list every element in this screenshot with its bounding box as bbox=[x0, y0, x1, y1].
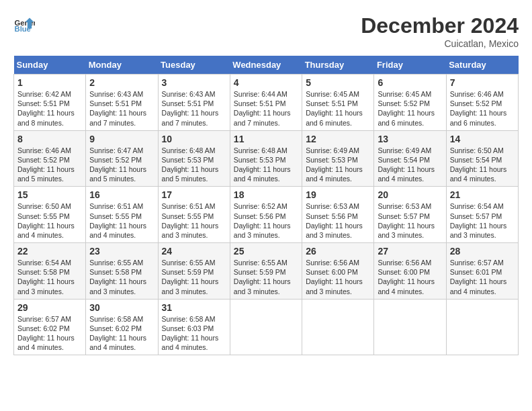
day-number: 27 bbox=[378, 246, 442, 257]
table-row: 10 Sunrise: 6:48 AM Sunset: 5:53 PM Dayl… bbox=[158, 130, 230, 187]
calendar-row: 15 Sunrise: 6:50 AM Sunset: 5:55 PM Dayl… bbox=[14, 187, 519, 243]
day-number: 4 bbox=[234, 77, 298, 88]
day-number: 20 bbox=[378, 189, 442, 200]
day-info: Sunrise: 6:47 AM Sunset: 5:52 PM Dayligh… bbox=[89, 146, 154, 184]
col-thursday: Thursday bbox=[302, 56, 374, 75]
day-info: Sunrise: 6:44 AM Sunset: 5:51 PM Dayligh… bbox=[234, 89, 298, 128]
day-info: Sunrise: 6:46 AM Sunset: 5:52 PM Dayligh… bbox=[450, 89, 515, 128]
table-row: 28 Sunrise: 6:57 AM Sunset: 6:01 PM Dayl… bbox=[446, 243, 518, 300]
table-row: 2 Sunrise: 6:43 AM Sunset: 5:51 PM Dayli… bbox=[86, 75, 158, 131]
day-info: Sunrise: 6:58 AM Sunset: 6:02 PM Dayligh… bbox=[89, 314, 154, 353]
header: General Blue December 2024 Cuicatlan, Me… bbox=[13, 13, 519, 49]
logo: General Blue bbox=[13, 13, 35, 35]
day-number: 31 bbox=[162, 302, 226, 313]
day-number: 2 bbox=[89, 77, 154, 88]
calendar-table: Sunday Monday Tuesday Wednesday Thursday… bbox=[13, 56, 519, 355]
table-row: 16 Sunrise: 6:51 AM Sunset: 5:55 PM Dayl… bbox=[86, 187, 158, 243]
day-info: Sunrise: 6:48 AM Sunset: 5:53 PM Dayligh… bbox=[162, 146, 226, 184]
day-number: 26 bbox=[306, 246, 370, 257]
table-row: 7 Sunrise: 6:46 AM Sunset: 5:52 PM Dayli… bbox=[446, 75, 518, 131]
day-number: 14 bbox=[450, 134, 515, 144]
table-row: 9 Sunrise: 6:47 AM Sunset: 5:52 PM Dayli… bbox=[86, 130, 158, 187]
day-number: 19 bbox=[306, 189, 370, 200]
day-info: Sunrise: 6:52 AM Sunset: 5:56 PM Dayligh… bbox=[234, 201, 298, 240]
day-info: Sunrise: 6:43 AM Sunset: 5:51 PM Dayligh… bbox=[89, 89, 154, 128]
day-info: Sunrise: 6:55 AM Sunset: 5:58 PM Dayligh… bbox=[89, 258, 154, 296]
day-number: 22 bbox=[17, 246, 82, 257]
day-number: 15 bbox=[17, 189, 82, 200]
day-info: Sunrise: 6:57 AM Sunset: 6:01 PM Dayligh… bbox=[450, 258, 515, 296]
day-info: Sunrise: 6:56 AM Sunset: 6:00 PM Dayligh… bbox=[378, 258, 442, 296]
table-row: 17 Sunrise: 6:51 AM Sunset: 5:55 PM Dayl… bbox=[158, 187, 230, 243]
day-info: Sunrise: 6:43 AM Sunset: 5:51 PM Dayligh… bbox=[162, 89, 226, 128]
day-number: 21 bbox=[450, 189, 515, 200]
table-row: 13 Sunrise: 6:49 AM Sunset: 5:54 PM Dayl… bbox=[374, 130, 446, 187]
day-info: Sunrise: 6:49 AM Sunset: 5:53 PM Dayligh… bbox=[306, 146, 370, 184]
table-row: 18 Sunrise: 6:52 AM Sunset: 5:56 PM Dayl… bbox=[230, 187, 302, 243]
table-row: 8 Sunrise: 6:46 AM Sunset: 5:52 PM Dayli… bbox=[14, 130, 86, 187]
day-number: 25 bbox=[234, 246, 298, 257]
col-wednesday: Wednesday bbox=[230, 56, 302, 75]
table-row: 21 Sunrise: 6:54 AM Sunset: 5:57 PM Dayl… bbox=[446, 187, 518, 243]
day-info: Sunrise: 6:45 AM Sunset: 5:51 PM Dayligh… bbox=[306, 89, 370, 128]
day-info: Sunrise: 6:42 AM Sunset: 5:51 PM Dayligh… bbox=[17, 89, 82, 128]
day-number: 8 bbox=[17, 134, 82, 144]
day-info: Sunrise: 6:57 AM Sunset: 6:02 PM Dayligh… bbox=[17, 314, 82, 353]
table-row: 24 Sunrise: 6:55 AM Sunset: 5:59 PM Dayl… bbox=[158, 243, 230, 300]
day-number: 6 bbox=[378, 77, 442, 88]
day-info: Sunrise: 6:51 AM Sunset: 5:55 PM Dayligh… bbox=[162, 201, 226, 240]
day-info: Sunrise: 6:48 AM Sunset: 5:53 PM Dayligh… bbox=[234, 146, 298, 184]
table-row: 4 Sunrise: 6:44 AM Sunset: 5:51 PM Dayli… bbox=[230, 75, 302, 131]
day-number: 11 bbox=[234, 134, 298, 144]
day-info: Sunrise: 6:58 AM Sunset: 6:03 PM Dayligh… bbox=[162, 314, 226, 353]
table-row: 19 Sunrise: 6:53 AM Sunset: 5:56 PM Dayl… bbox=[302, 187, 374, 243]
table-row: 12 Sunrise: 6:49 AM Sunset: 5:53 PM Dayl… bbox=[302, 130, 374, 187]
day-number: 5 bbox=[306, 77, 370, 88]
table-row: 20 Sunrise: 6:53 AM Sunset: 5:57 PM Dayl… bbox=[374, 187, 446, 243]
day-number: 10 bbox=[162, 134, 226, 144]
table-row: 31 Sunrise: 6:58 AM Sunset: 6:03 PM Dayl… bbox=[158, 299, 230, 355]
col-tuesday: Tuesday bbox=[158, 56, 230, 75]
calendar-row: 1 Sunrise: 6:42 AM Sunset: 5:51 PM Dayli… bbox=[14, 75, 519, 131]
table-row: 30 Sunrise: 6:58 AM Sunset: 6:02 PM Dayl… bbox=[86, 299, 158, 355]
calendar-row: 22 Sunrise: 6:54 AM Sunset: 5:58 PM Dayl… bbox=[14, 243, 519, 300]
day-number: 23 bbox=[89, 246, 154, 257]
table-row: 26 Sunrise: 6:56 AM Sunset: 6:00 PM Dayl… bbox=[302, 243, 374, 300]
col-friday: Friday bbox=[374, 56, 446, 75]
location: Cuicatlan, Mexico bbox=[361, 38, 519, 49]
day-number: 9 bbox=[89, 134, 154, 144]
day-number: 12 bbox=[306, 134, 370, 144]
logo-icon: General Blue bbox=[13, 13, 35, 35]
table-row: 23 Sunrise: 6:55 AM Sunset: 5:58 PM Dayl… bbox=[86, 243, 158, 300]
calendar-row: 29 Sunrise: 6:57 AM Sunset: 6:02 PM Dayl… bbox=[14, 299, 519, 355]
day-info: Sunrise: 6:51 AM Sunset: 5:55 PM Dayligh… bbox=[89, 201, 154, 240]
day-number: 28 bbox=[450, 246, 515, 257]
month-title: December 2024 bbox=[361, 13, 519, 38]
table-row: 11 Sunrise: 6:48 AM Sunset: 5:53 PM Dayl… bbox=[230, 130, 302, 187]
day-info: Sunrise: 6:55 AM Sunset: 5:59 PM Dayligh… bbox=[234, 258, 298, 296]
table-row: 14 Sunrise: 6:50 AM Sunset: 5:54 PM Dayl… bbox=[446, 130, 518, 187]
day-info: Sunrise: 6:50 AM Sunset: 5:55 PM Dayligh… bbox=[17, 201, 82, 240]
table-row: 22 Sunrise: 6:54 AM Sunset: 5:58 PM Dayl… bbox=[14, 243, 86, 300]
table-row: 3 Sunrise: 6:43 AM Sunset: 5:51 PM Dayli… bbox=[158, 75, 230, 131]
table-row bbox=[374, 299, 446, 355]
day-info: Sunrise: 6:46 AM Sunset: 5:52 PM Dayligh… bbox=[17, 146, 82, 184]
day-info: Sunrise: 6:45 AM Sunset: 5:52 PM Dayligh… bbox=[378, 89, 442, 128]
header-row: Sunday Monday Tuesday Wednesday Thursday… bbox=[14, 56, 519, 75]
table-row: 29 Sunrise: 6:57 AM Sunset: 6:02 PM Dayl… bbox=[14, 299, 86, 355]
day-number: 1 bbox=[17, 77, 82, 88]
day-info: Sunrise: 6:50 AM Sunset: 5:54 PM Dayligh… bbox=[450, 146, 515, 184]
day-info: Sunrise: 6:53 AM Sunset: 5:56 PM Dayligh… bbox=[306, 201, 370, 240]
day-number: 18 bbox=[234, 189, 298, 200]
table-row: 5 Sunrise: 6:45 AM Sunset: 5:51 PM Dayli… bbox=[302, 75, 374, 131]
day-number: 30 bbox=[89, 302, 154, 313]
day-info: Sunrise: 6:49 AM Sunset: 5:54 PM Dayligh… bbox=[378, 146, 442, 184]
table-row bbox=[446, 299, 518, 355]
calendar-row: 8 Sunrise: 6:46 AM Sunset: 5:52 PM Dayli… bbox=[14, 130, 519, 187]
table-row: 27 Sunrise: 6:56 AM Sunset: 6:00 PM Dayl… bbox=[374, 243, 446, 300]
table-row bbox=[302, 299, 374, 355]
table-row: 25 Sunrise: 6:55 AM Sunset: 5:59 PM Dayl… bbox=[230, 243, 302, 300]
day-number: 13 bbox=[378, 134, 442, 144]
table-row: 1 Sunrise: 6:42 AM Sunset: 5:51 PM Dayli… bbox=[14, 75, 86, 131]
table-row: 6 Sunrise: 6:45 AM Sunset: 5:52 PM Dayli… bbox=[374, 75, 446, 131]
